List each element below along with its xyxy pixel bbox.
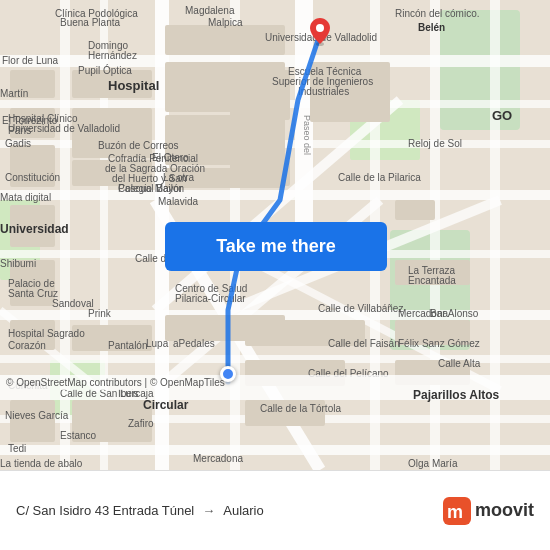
label-olga-maria: Olga María — [408, 458, 457, 469]
label-villabanez: Calle de Villabáñez — [318, 303, 403, 314]
origin-pin — [220, 366, 236, 382]
label-constitucion: Constitución — [5, 172, 60, 183]
svg-text:Paseo del: Paseo del — [302, 115, 312, 155]
svg-rect-53 — [230, 160, 290, 186]
label-paris: París — [8, 125, 31, 136]
label-estanco: Estanco — [60, 430, 96, 441]
label-lupa: Lupa — [146, 338, 168, 349]
copyright-strip: © OpenStreetMap contributors | © OpenMap… — [0, 375, 550, 390]
label-nieves-garcia: Nieves García — [5, 410, 68, 421]
label-tienda-abalo: La tienda de abalo — [0, 458, 82, 469]
label-rincon: Rincón del cómico. — [395, 8, 479, 19]
svg-rect-9 — [0, 190, 550, 200]
destination-pin — [310, 18, 330, 46]
label-corazon: Corazón — [8, 340, 46, 351]
moovit-text: moovit — [475, 500, 534, 521]
label-reloj-sol: Reloj de Sol — [408, 138, 462, 149]
label-martin: Martín — [0, 88, 28, 99]
label-magdalena: Magdalena — [185, 5, 234, 16]
label-shibumi: Shibumi — [0, 258, 36, 269]
label-tortola: Calle de la Tórtola — [260, 403, 341, 414]
label-buzon: Buzón de Correos — [98, 140, 179, 151]
label-gadis: Gadis — [5, 138, 31, 149]
label-mata-digital: Mata digital — [0, 192, 51, 203]
svg-rect-46 — [10, 400, 55, 442]
label-zafiro: Zafiro — [128, 418, 154, 429]
svg-rect-51 — [395, 200, 435, 220]
label-pilarica-circular: Pilarica-Circular — [175, 293, 246, 304]
label-apedales: aPedales — [173, 338, 215, 349]
label-malpica: Malpica — [208, 17, 242, 28]
label-pupil-optica: Pupil Óptica — [78, 65, 132, 76]
label-calle-alta: Calle Alta — [438, 358, 480, 369]
label-go: GO — [492, 108, 512, 123]
label-hernandez: Hernández — [88, 50, 137, 61]
label-pantalon: Pantalón — [108, 340, 147, 351]
label-faisan: Calle del Faisán — [328, 338, 400, 349]
label-palacio-santa-cruz2: Santa Cruz — [8, 288, 58, 299]
copyright-text: © OpenStreetMap contributors | © OpenMap… — [6, 377, 225, 388]
label-buena-planta: Buena Planta — [60, 17, 120, 28]
route-to: Aulario — [223, 503, 263, 518]
take-me-there-button[interactable]: Take me there — [165, 222, 387, 271]
label-malavida: Malavida — [158, 196, 198, 207]
moovit-logo: m moovit — [443, 497, 534, 525]
label-hospital-sagrado: Hospital Sagrado — [8, 328, 85, 339]
label-industriales: Industriales — [298, 86, 349, 97]
label-belen: Belén — [418, 22, 445, 33]
label-hospital: Hospital — [108, 78, 159, 93]
label-universidad2: Universidad — [0, 222, 69, 236]
route-info: C/ San Isidro 43 Entrada Túnel → Aulario — [16, 503, 443, 518]
moovit-logo-icon: m — [443, 497, 471, 525]
label-mercadona: Mercadona — [193, 453, 243, 464]
label-cofradia4: Pascual Bailón — [118, 183, 184, 194]
map: Paseo del Martín Magdalena Malpica Belén… — [0, 0, 550, 470]
label-prink: Prink — [88, 308, 111, 319]
label-flor-luna: Flor de Luna — [2, 55, 58, 66]
route-arrow: → — [202, 503, 215, 518]
svg-rect-12 — [0, 445, 550, 455]
label-pilarica: Calle de la Pilarica — [338, 172, 421, 183]
label-torrezinto: El Torrezinto — [2, 115, 57, 126]
svg-text:m: m — [447, 502, 463, 522]
label-circular: Circular — [143, 398, 188, 412]
bottom-bar: C/ San Isidro 43 Entrada Túnel → Aulario… — [0, 470, 550, 550]
label-felix-sanz: Félix Sanz Gómez — [398, 338, 480, 349]
label-terraza-encantada2: Encantada — [408, 275, 456, 286]
label-tedi: Tedi — [8, 443, 26, 454]
label-bar-alonso: Bar Alonso — [430, 308, 478, 319]
svg-point-59 — [316, 24, 324, 32]
label-pajarillos: Pajarillos Altos — [413, 388, 499, 402]
route-from: C/ San Isidro 43 Entrada Túnel — [16, 503, 194, 518]
